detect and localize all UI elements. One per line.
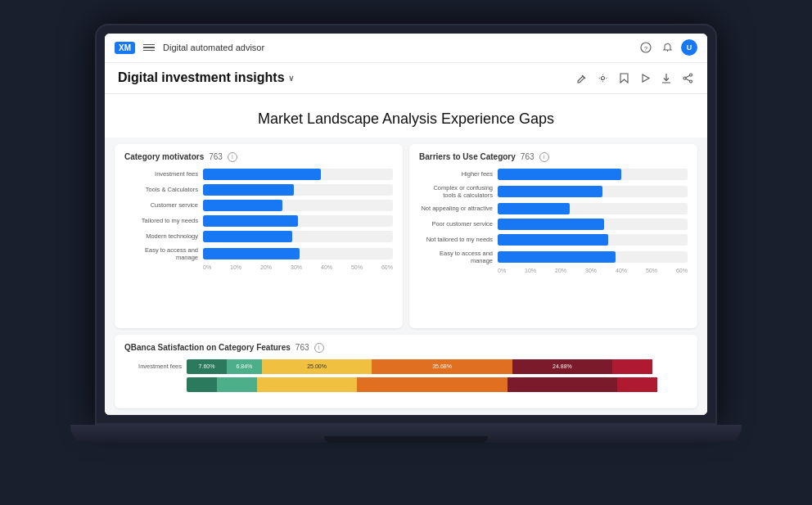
page-title-text: Digital investment insights bbox=[118, 70, 285, 85]
bar-label: Complex or confusing tools & calculators bbox=[419, 184, 493, 199]
bar-track bbox=[498, 203, 688, 214]
user-avatar[interactable]: U bbox=[681, 39, 697, 56]
info-icon-right[interactable]: i bbox=[539, 152, 549, 162]
bar-chart-left: Investment fees Tools & Calculators Cust… bbox=[124, 169, 393, 261]
bar-track bbox=[203, 200, 393, 211]
segment bbox=[357, 377, 508, 392]
bar-label: Higher fees bbox=[419, 170, 493, 178]
info-icon-left[interactable]: i bbox=[228, 152, 237, 162]
help-icon[interactable]: ? bbox=[638, 40, 653, 55]
chart-header-left: Category motivators 763 i bbox=[124, 152, 393, 162]
bar-label: Poor customer service bbox=[419, 220, 493, 228]
svg-line-12 bbox=[685, 79, 689, 81]
main-content: Market Landscape Analysis Experience Gap… bbox=[105, 94, 707, 415]
segment: 35.68% bbox=[372, 359, 512, 374]
bar-track bbox=[498, 234, 688, 246]
bar-track bbox=[498, 186, 688, 197]
segment: 24.88% bbox=[512, 359, 612, 374]
laptop-mockup: XM Digital automated advisor ? U bbox=[70, 24, 742, 482]
table-row: Complex or confusing tools & calculators bbox=[419, 184, 688, 199]
table-row: Easy to access and manage bbox=[124, 246, 393, 261]
stacked-bars: Investment fees 7.60% 6.84% 25.00% 35.68… bbox=[124, 359, 688, 392]
charts-row-top: Category motivators 763 i Investment fee… bbox=[115, 144, 697, 328]
page-title: Digital investment insights ∨ bbox=[118, 70, 575, 85]
bar-track bbox=[203, 169, 393, 180]
report-title: Market Landscape Analysis Experience Gap… bbox=[105, 94, 707, 138]
satisfaction-count: 763 bbox=[295, 343, 309, 352]
satisfaction-header: QBanca Satisfaction on Category Features… bbox=[124, 343, 688, 353]
edit-icon[interactable] bbox=[575, 71, 588, 84]
bar-track bbox=[498, 169, 688, 180]
toolbar-icons bbox=[575, 71, 694, 84]
xm-logo: XM bbox=[115, 42, 135, 54]
svg-point-8 bbox=[689, 74, 692, 76]
page-title-chevron[interactable]: ∨ bbox=[288, 74, 294, 83]
hamburger-icon[interactable] bbox=[142, 43, 156, 53]
x-axis-left: 0% 10% 20% 30% 40% 50% 60% bbox=[203, 264, 393, 270]
bar-track bbox=[203, 184, 393, 196]
screen-bezel: XM Digital automated advisor ? U bbox=[95, 24, 717, 425]
svg-marker-5 bbox=[643, 74, 649, 82]
table-row: Not tailored to my needs bbox=[419, 234, 688, 246]
segment: 6.84% bbox=[227, 359, 262, 374]
satisfaction-title: QBanca Satisfaction on Category Features bbox=[124, 343, 291, 352]
top-nav: XM Digital automated advisor ? U bbox=[105, 34, 707, 63]
segment bbox=[217, 377, 257, 392]
table-row: Tailored to my needs bbox=[124, 215, 393, 227]
chart-panel-right: Barriers to Use Category 763 i Higher fe… bbox=[409, 144, 697, 328]
chart-title-right: Barriers to Use Category bbox=[419, 152, 516, 161]
segment bbox=[612, 359, 652, 374]
segment bbox=[617, 377, 657, 392]
segment: 25.00% bbox=[262, 359, 372, 374]
chart-header-right: Barriers to Use Category 763 i bbox=[419, 152, 688, 162]
share-icon[interactable] bbox=[681, 71, 694, 84]
x-axis-right: 0% 10% 20% 30% 40% 50% 60% bbox=[498, 268, 688, 273]
stacked-bar: 7.60% 6.84% 25.00% 35.68% 24.88% bbox=[187, 359, 688, 374]
stacked-label: Investment fees bbox=[124, 363, 182, 370]
svg-text:?: ? bbox=[644, 45, 648, 52]
svg-point-10 bbox=[683, 77, 686, 79]
svg-point-4 bbox=[601, 76, 604, 79]
screen: XM Digital automated advisor ? U bbox=[105, 34, 707, 415]
bar-label: Investment fees bbox=[124, 170, 198, 178]
secondary-nav: Digital investment insights ∨ bbox=[105, 63, 707, 94]
info-icon-satisfaction[interactable]: i bbox=[314, 343, 324, 353]
table-row: Higher fees bbox=[419, 169, 688, 180]
segment bbox=[257, 377, 357, 392]
bar-label: Customer service bbox=[124, 201, 198, 209]
bar-label: Not appealing or attractive bbox=[419, 205, 493, 212]
bar-label: Modern technology bbox=[124, 232, 198, 240]
bar-track bbox=[498, 251, 688, 263]
chart-panel-left: Category motivators 763 i Investment fee… bbox=[115, 144, 403, 328]
chart-count-right: 763 bbox=[521, 152, 535, 161]
bar-label: Tools & Calculators bbox=[124, 186, 198, 193]
settings-icon[interactable] bbox=[596, 71, 609, 84]
bar-chart-right: Higher fees Complex or confusing tools &… bbox=[419, 169, 688, 264]
bookmark-icon[interactable] bbox=[617, 71, 630, 84]
bar-label: Easy to access and manage bbox=[419, 250, 493, 264]
nav-app-title: Digital automated advisor bbox=[163, 43, 632, 52]
table-row: Easy to access and manage bbox=[419, 250, 688, 264]
bar-label: Easy to access and manage bbox=[124, 246, 198, 261]
table-row: Tools & Calculators bbox=[124, 184, 393, 196]
bar-track bbox=[203, 231, 393, 242]
play-icon[interactable] bbox=[638, 71, 652, 84]
table-row: Modern technology bbox=[124, 231, 393, 242]
svg-line-11 bbox=[685, 75, 689, 78]
bar-track bbox=[498, 219, 688, 230]
charts-area: Category motivators 763 i Investment fee… bbox=[105, 138, 707, 415]
table-row: Customer service bbox=[124, 200, 393, 211]
segment bbox=[508, 377, 618, 392]
bar-label: Not tailored to my needs bbox=[419, 236, 493, 243]
stacked-bar bbox=[187, 377, 688, 392]
satisfaction-panel: QBanca Satisfaction on Category Features… bbox=[115, 335, 697, 408]
table-row: Not appealing or attractive bbox=[419, 203, 688, 214]
table-row: Poor customer service bbox=[419, 219, 688, 230]
download-icon[interactable] bbox=[660, 71, 673, 84]
stacked-row-2 bbox=[124, 377, 688, 392]
bar-track bbox=[203, 215, 393, 227]
bell-icon[interactable] bbox=[660, 40, 674, 55]
table-row: Investment fees bbox=[124, 169, 393, 180]
bar-track bbox=[203, 248, 393, 259]
svg-point-9 bbox=[689, 80, 692, 83]
